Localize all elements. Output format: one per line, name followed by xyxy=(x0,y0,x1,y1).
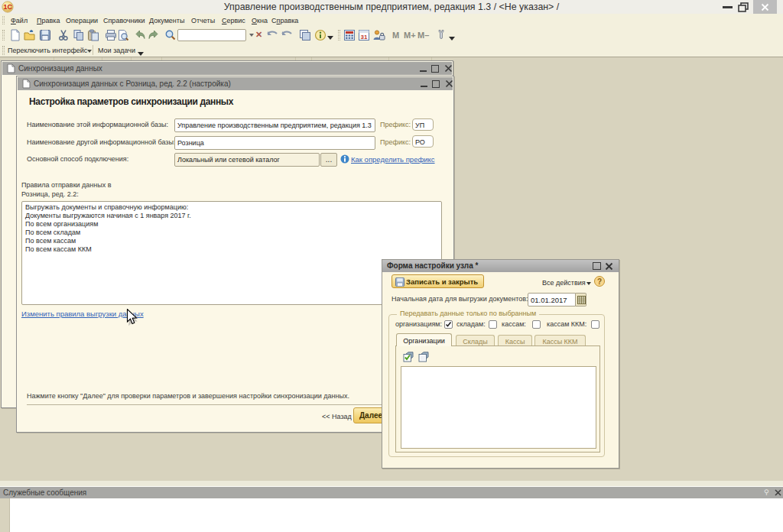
svg-text:31: 31 xyxy=(361,34,368,41)
